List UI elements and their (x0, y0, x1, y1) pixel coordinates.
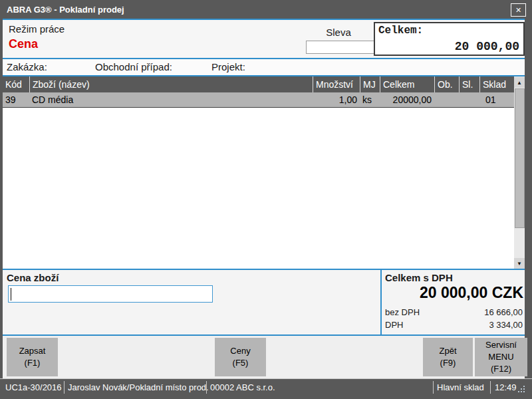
discount-input[interactable] (306, 41, 375, 54)
order-label: Zakázka: (7, 61, 47, 72)
without-vat-label: bez DPH (385, 307, 420, 317)
resize-grip-icon[interactable] (518, 386, 519, 387)
entry-and-totals-panel: Cena zboží Celkem s DPH 20 000,00 CZK be… (3, 270, 525, 334)
prices-button[interactable]: Ceny (F5) (215, 338, 266, 376)
save-button-label: Zapsat (19, 345, 46, 357)
project-label: Projekt: (211, 61, 245, 72)
total-with-vat-label: Celkem s DPH (385, 272, 453, 283)
mode-panel: Režim práce Cena Sleva Celkem: 20 000,00 (3, 20, 525, 58)
column-header-mnozstvi[interactable]: Množství (313, 76, 360, 92)
column-header-sl[interactable]: Sl. (459, 76, 479, 92)
row-cell-ob (434, 92, 459, 107)
window-title: ABRA G3® - Pokladní prodej (0, 5, 124, 15)
status-warehouse: Hlavní sklad (437, 382, 484, 392)
column-header-nazev[interactable]: Zboží (název) (29, 76, 313, 92)
service-menu-button[interactable]: Servisní MENU (F12) (475, 338, 527, 376)
work-mode-label: Režim práce (9, 23, 65, 35)
scroll-down-button[interactable]: ▼ (514, 258, 525, 269)
scroll-up-icon: ▲ (517, 80, 522, 86)
status-bar: UC1a-30/2016 Jaroslav Novák/Pokladní mís… (0, 378, 532, 396)
status-separator (433, 381, 434, 394)
app-window: ABRA G3® - Pokladní prodej ✕ Režim práce… (0, 0, 532, 399)
status-document: UC1a-30/2016 (5, 382, 62, 392)
row-cell-celkem: 20000,00 (380, 92, 434, 107)
row-cell-sklad: 01 (479, 92, 514, 107)
column-header-mj[interactable]: MJ (360, 76, 380, 92)
work-mode-value: Cena (9, 37, 38, 51)
title-bar: ABRA G3® - Pokladní prodej ✕ (0, 0, 532, 19)
column-header-kod[interactable]: Kód (3, 76, 29, 92)
panel-divider (380, 270, 382, 334)
service-menu-line2: MENU (488, 351, 513, 363)
vat-label: DPH (385, 320, 403, 330)
scroll-down-icon: ▼ (517, 261, 522, 267)
total-display: Celkem: 20 000,00 (374, 22, 525, 56)
vat-value: 3 334,00 (489, 320, 523, 330)
prices-button-key: (F5) (233, 357, 249, 369)
items-table-header: Kód Zboží (název) Množství MJ Celkem Ob.… (3, 76, 514, 92)
back-button-key: (F9) (440, 357, 456, 369)
function-button-bar: Zapsat (F1) Ceny (F5) Zpět (F9) Servisní… (3, 336, 525, 378)
item-price-label: Cena zboží (7, 272, 59, 283)
column-header-ob[interactable]: Ob. (434, 76, 459, 92)
column-header-sklad[interactable]: Sklad (479, 76, 514, 92)
back-button[interactable]: Zpět (F9) (423, 338, 473, 376)
prices-button-label: Ceny (230, 345, 250, 357)
text-caret (11, 288, 11, 301)
close-icon: ✕ (515, 6, 521, 15)
service-menu-line1: Servisní (485, 339, 517, 351)
total-label: Celkem: (378, 25, 423, 37)
save-button[interactable]: Zapsat (F1) (7, 338, 58, 376)
close-button[interactable]: ✕ (511, 3, 526, 17)
service-menu-key: (F12) (491, 363, 511, 375)
table-scrollbar[interactable]: ▲ ▼ (514, 76, 525, 269)
status-separator (64, 381, 65, 394)
discount-label: Sleva (306, 27, 371, 38)
status-time: 12:49 (495, 382, 517, 392)
status-separator (490, 381, 491, 394)
business-case-label: Obchodní případ: (95, 61, 172, 72)
row-cell-mnozstvi: 1,00 (313, 92, 360, 107)
row-cell-sl (459, 92, 479, 107)
row-cell-kod: 39 (3, 92, 29, 107)
status-user: Jaroslav Novák/Pokladní místo prod. (68, 382, 209, 392)
total-value: 20 000,00 (455, 40, 519, 53)
back-button-label: Zpět (439, 345, 456, 357)
status-company: 00002 ABC s.r.o. (210, 382, 275, 392)
context-row: Zakázka: Obchodní případ: Projekt: (3, 59, 525, 75)
table-row-selected[interactable]: 39 CD média 1,00 ks 20000,00 01 (3, 92, 514, 108)
status-separator (206, 381, 207, 394)
total-with-vat-value: 20 000,00 CZK (420, 284, 523, 302)
row-cell-nazev: CD média (29, 92, 313, 107)
item-price-input[interactable] (8, 285, 213, 303)
items-table-body: 39 CD média 1,00 ks 20000,00 01 (3, 92, 514, 269)
save-button-key: (F1) (25, 357, 41, 369)
without-vat-value: 16 666,00 (484, 307, 523, 317)
scroll-up-button[interactable]: ▲ (514, 77, 525, 88)
scrollbar-thumb[interactable] (515, 88, 525, 228)
row-cell-mj: ks (360, 92, 380, 107)
column-header-celkem[interactable]: Celkem (380, 76, 434, 92)
